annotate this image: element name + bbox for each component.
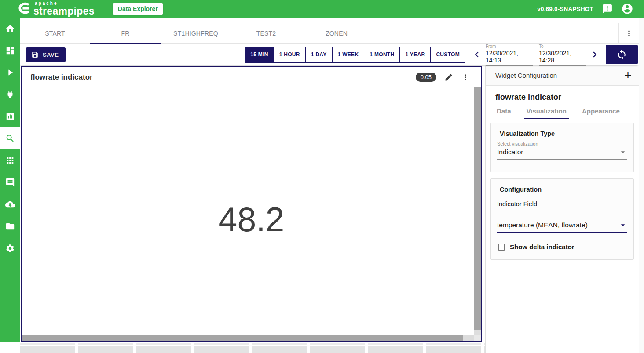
folder-icon	[5, 222, 15, 231]
account-icon[interactable]	[621, 3, 633, 15]
time-range-1-hour[interactable]: 1 HOUR	[274, 47, 306, 63]
refresh-icon	[616, 49, 627, 60]
config-tab-appearance[interactable]: Appearance	[582, 107, 620, 119]
from-date-value[interactable]: 12/30/2021, 14:13	[486, 49, 533, 66]
time-range-1-week[interactable]: 1 WEEK	[332, 47, 365, 63]
widget-vertical-scrollbar[interactable]	[474, 87, 481, 335]
configuration-heading: Configuration	[500, 186, 627, 193]
indicator-field-select[interactable]: temperature (MEAN, flowrate)	[497, 219, 627, 233]
sidebar-item-charts[interactable]	[0, 106, 20, 127]
play-icon	[5, 68, 15, 77]
to-label: To	[539, 44, 586, 49]
config-tab-strip: DataVisualizationAppearance	[497, 107, 639, 119]
gridster-grid-row-top	[20, 343, 486, 345]
streampipes-logo: apache streampipes	[15, 1, 95, 16]
sidebar-item-notifications[interactable]	[0, 171, 20, 193]
to-date-field[interactable]: To 12/30/2021, 14:28	[539, 44, 586, 66]
tab-fr[interactable]: FR	[90, 23, 161, 43]
chevron-left-icon[interactable]	[471, 49, 483, 60]
from-label: From	[486, 44, 533, 49]
time-range-15-min[interactable]: 15 MIN	[245, 47, 274, 63]
visualization-select[interactable]: Indicator	[497, 146, 627, 160]
sidebar-item-data-explorer[interactable]	[0, 127, 20, 149]
sidebar-item-files[interactable]	[0, 215, 20, 237]
refresh-button[interactable]	[606, 45, 638, 64]
config-panel-title: Widget Configuration	[495, 72, 557, 79]
gear-icon	[5, 244, 15, 253]
indicator-field-value: temperature (MEAN, flowrate)	[497, 221, 588, 229]
save-button-label: SAVE	[43, 51, 59, 58]
time-range-custom[interactable]: CUSTOM	[430, 47, 465, 63]
show-delta-checkbox[interactable]	[498, 244, 505, 251]
time-range-1-year[interactable]: 1 YEAR	[399, 47, 431, 63]
dashboard-icon	[5, 46, 15, 55]
tab-test2[interactable]: TEST2	[231, 23, 301, 43]
feature-badge: Data Explorer	[113, 3, 163, 15]
sidebar-item-apps[interactable]	[0, 149, 20, 171]
time-range-1-month[interactable]: 1 MONTH	[364, 47, 400, 63]
time-range-group: 15 MIN1 HOUR1 DAY1 WEEK1 MONTH1 YEARCUST…	[245, 47, 465, 63]
apps-icon	[5, 156, 15, 165]
viz-type-select-label: Select visualization	[497, 141, 627, 146]
tab-zonen[interactable]: ZONEN	[301, 23, 372, 43]
chevron-down-icon	[618, 221, 627, 229]
config-tab-data[interactable]: Data	[497, 107, 511, 119]
indicator-field-label: Indicator Field	[497, 200, 627, 207]
bar-chart-icon	[5, 112, 15, 121]
widget-flowrate-indicator: flowrate indicator 0.05 48.2	[21, 66, 482, 342]
save-icon	[31, 51, 39, 58]
widget-configuration-panel: Widget Configuration + flowrate indicato…	[485, 65, 639, 353]
streampipes-logo-icon	[15, 1, 32, 16]
page-scrollbar[interactable]	[639, 18, 644, 353]
visualization-type-card: Visualization Type Select visualization …	[490, 123, 634, 172]
config-widget-title: flowrate indicator	[495, 93, 639, 102]
show-delta-indicator-row[interactable]: Show delta indicator	[498, 243, 627, 251]
save-button[interactable]: SAVE	[26, 47, 66, 62]
gridster-grid-row	[20, 346, 486, 353]
version-label: v0.69.0-SNAPSHOT	[537, 6, 593, 12]
indicator-value: 48.2	[219, 200, 285, 239]
chevron-right-icon[interactable]	[589, 49, 600, 60]
logo-streampipes-text: streampipes	[33, 6, 95, 16]
configuration-card: Configuration Indicator Field temperatur…	[490, 178, 634, 260]
sidebar-item-home[interactable]	[0, 18, 20, 40]
show-delta-label: Show delta indicator	[510, 243, 574, 251]
sidebar-item-settings[interactable]	[0, 237, 20, 259]
from-date-field[interactable]: From 12/30/2021, 14:13	[486, 44, 533, 66]
add-widget-button[interactable]: +	[624, 69, 632, 81]
widget-kebab-menu-icon[interactable]	[461, 73, 470, 82]
sidebar-item-install[interactable]	[0, 193, 20, 215]
plug-icon	[5, 90, 15, 99]
sidebar-item-connect[interactable]	[0, 84, 20, 106]
toolbar: SAVE 15 MIN1 HOUR1 DAY1 WEEK1 MONTH1 YEA…	[20, 44, 639, 65]
edit-pencil-icon[interactable]	[444, 73, 453, 82]
search-icon	[5, 134, 15, 143]
sidebar-item-pipelines[interactable]	[0, 62, 20, 84]
tab-start[interactable]: START	[20, 23, 90, 43]
chevron-down-icon	[618, 148, 627, 156]
sidebar-nav	[0, 18, 20, 342]
config-tab-visualization[interactable]: Visualization	[527, 107, 567, 119]
viz-type-heading: Visualization Type	[500, 130, 627, 137]
widget-value-badge: 0.05	[416, 73, 436, 82]
widget-title: flowrate indicator	[30, 73, 93, 82]
app-header: apache streampipes Data Explorer v0.69.0…	[0, 0, 644, 18]
sidebar-item-dashboard[interactable]	[0, 40, 20, 62]
dashboard-tab-strip: STARTFRST1HIGHFREQTEST2ZONEN	[20, 23, 372, 43]
to-date-value[interactable]: 12/30/2021, 14:28	[539, 49, 586, 66]
tab-st1highfreq[interactable]: ST1HIGHFREQ	[161, 23, 231, 43]
home-icon	[5, 24, 15, 33]
visualization-select-value: Indicator	[497, 148, 523, 156]
widget-horizontal-scrollbar[interactable]	[22, 335, 474, 341]
time-range-1-day[interactable]: 1 DAY	[305, 47, 333, 63]
cloud-download-icon	[5, 200, 15, 209]
feedback-icon[interactable]	[602, 4, 613, 15]
kebab-menu-icon	[625, 29, 633, 38]
chat-icon	[5, 178, 15, 187]
scrollbar-corner	[474, 335, 481, 341]
dashboard-options-button[interactable]	[618, 23, 639, 43]
dashboard-tabbar: STARTFRST1HIGHFREQTEST2ZONEN	[20, 23, 639, 44]
